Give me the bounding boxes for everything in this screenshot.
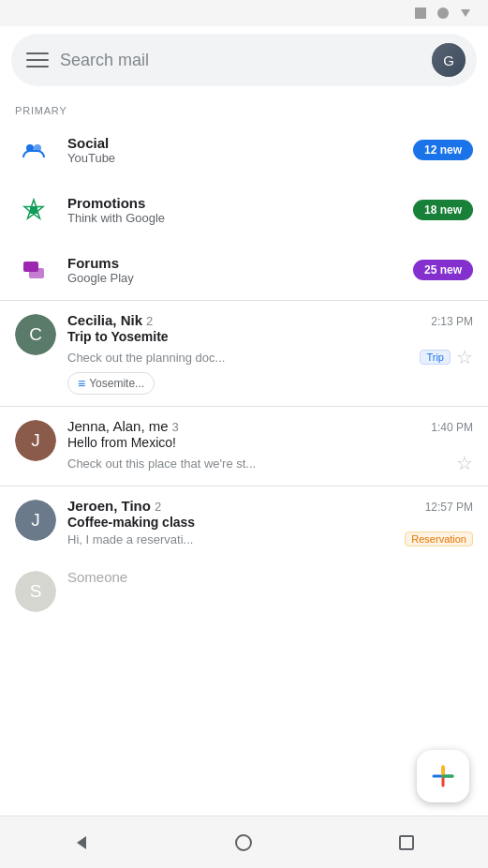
attachment-icon: ≡ [78, 376, 85, 391]
section-label-primary: PRIMARY [0, 94, 488, 120]
circle-icon [436, 6, 451, 21]
svg-rect-7 [29, 268, 44, 278]
email-count: 3 [172, 420, 179, 434]
avatar-bottom: S [15, 571, 56, 612]
email-subject: Hello from Mexico! [67, 435, 473, 450]
email-row[interactable]: S Someone [0, 558, 488, 623]
social-badge: 12 new [413, 140, 473, 160]
bottom-nav [0, 816, 488, 868]
email-tag: Trip [420, 350, 451, 365]
star-icon[interactable]: ☆ [456, 346, 473, 368]
svg-marker-2 [461, 9, 470, 17]
email-sender: Jenna, Alan, me [67, 418, 169, 434]
forums-badge: 25 new [413, 260, 473, 280]
email-time: 12:57 PM [425, 501, 473, 514]
email-row[interactable]: J Jenna, Alan, me3 1:40 PM Hello from Me… [0, 407, 488, 486]
email-sender: Cecilia, Nik [67, 312, 142, 328]
back-button[interactable] [70, 831, 93, 854]
promotions-title: Promotions [67, 195, 398, 211]
svg-rect-0 [415, 7, 426, 19]
triangle-down-icon [458, 6, 473, 21]
sidebar-item-forums[interactable]: Forums Google Play 25 new [0, 240, 488, 300]
email-subject: Coffee-making class [67, 515, 473, 530]
email-content-cecilia: Cecilia, Nik2 2:13 PM Trip to Yosemite C… [67, 312, 473, 395]
menu-icon[interactable] [26, 49, 49, 71]
email-content-bottom: Someone [67, 569, 473, 585]
email-count: 2 [155, 500, 161, 514]
svg-rect-14 [400, 836, 413, 849]
promotions-subtitle: Think with Google [67, 211, 398, 225]
email-count: 2 [146, 314, 153, 328]
search-bar[interactable]: Search mail G [11, 34, 477, 86]
email-content-jenna: Jenna, Alan, me3 1:40 PM Hello from Mexi… [67, 418, 473, 474]
promotions-icon [15, 191, 52, 229]
social-info: Social YouTube [67, 135, 398, 165]
promotions-badge: 18 new [413, 200, 473, 220]
email-subject: Trip to Yosemite [67, 329, 473, 344]
compose-button[interactable] [417, 750, 469, 802]
email-row[interactable]: C Cecilia, Nik2 2:13 PM Trip to Yosemite… [0, 301, 488, 406]
overview-button[interactable] [395, 831, 418, 854]
sidebar-item-promotions[interactable]: Promotions Think with Google 18 new [0, 180, 488, 240]
square-icon [413, 6, 428, 21]
social-subtitle: YouTube [67, 151, 398, 165]
email-time: 1:40 PM [431, 421, 473, 434]
social-icon [15, 131, 52, 169]
svg-marker-12 [77, 836, 86, 849]
avatar-jenna: J [15, 420, 56, 461]
svg-point-1 [437, 7, 449, 19]
attachment-label: Yosemite... [89, 377, 144, 390]
svg-rect-5 [30, 206, 37, 214]
email-preview: Check out the planning doc... [67, 351, 414, 365]
avatar-jeroen: J [15, 500, 56, 541]
email-preview: Check out this place that we're st... [67, 456, 451, 471]
status-bar [0, 0, 488, 26]
email-tag: Reservation [405, 531, 473, 546]
star-icon[interactable]: ☆ [456, 452, 473, 474]
home-button[interactable] [232, 831, 255, 854]
email-row[interactable]: J Jeroen, Tino2 12:57 PM Coffee-making c… [0, 486, 488, 558]
social-title: Social [67, 135, 398, 151]
avatar[interactable]: G [432, 43, 466, 77]
forums-title: Forums [67, 255, 398, 271]
svg-point-13 [236, 835, 251, 850]
promotions-info: Promotions Think with Google [67, 195, 398, 225]
email-sender: Jeroen, Tino [67, 498, 151, 514]
email-time: 2:13 PM [431, 315, 473, 328]
email-preview: Hi, I made a reservati... [67, 532, 399, 546]
email-content-jeroen: Jeroen, Tino2 12:57 PM Coffee-making cla… [67, 498, 473, 546]
avatar-cecilia: C [15, 314, 56, 355]
forums-info: Forums Google Play [67, 255, 398, 285]
forums-subtitle: Google Play [67, 271, 398, 285]
search-input[interactable]: Search mail [60, 51, 421, 70]
email-sender: Someone [67, 569, 127, 585]
forums-icon [15, 251, 52, 289]
attachment-chip[interactable]: ≡ Yosemite... [67, 372, 155, 395]
sidebar-item-social[interactable]: Social YouTube 12 new [0, 120, 488, 180]
